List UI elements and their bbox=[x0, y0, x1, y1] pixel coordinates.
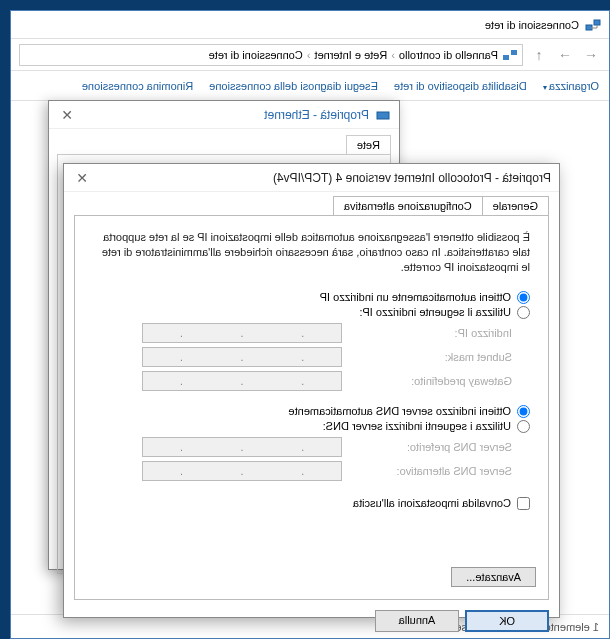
command-bar: Organizza Disabilita dispositivo di rete… bbox=[11, 71, 609, 101]
dns-preferred-input[interactable]: ... bbox=[142, 437, 342, 457]
address-bar-row: ← → ↑ Pannello di controllo › Rete e Int… bbox=[11, 39, 609, 71]
dialog-footer: OK Annulla bbox=[64, 610, 559, 639]
description-text: È possibile ottenere l'assegnazione auto… bbox=[93, 230, 530, 275]
radio-auto-dns-label: Ottieni indirizzo server DNS automaticam… bbox=[288, 405, 511, 417]
path-icon bbox=[502, 47, 518, 63]
chevron-right-icon: › bbox=[391, 49, 395, 61]
dialog-titlebar: Proprietà - Ethernet ✕ bbox=[49, 101, 399, 129]
radio-manual-dns-label: Utilizza i seguenti indirizzi server DNS… bbox=[323, 420, 511, 432]
organize-menu[interactable]: Organizza bbox=[543, 80, 599, 92]
gateway-label: Gateway predefinito: bbox=[342, 375, 512, 387]
titlebar: Connessioni di rete bbox=[11, 11, 609, 39]
general-panel: È possibile ottenere l'assegnazione auto… bbox=[74, 215, 549, 600]
ip-address-input[interactable]: ... bbox=[142, 323, 342, 343]
cancel-button[interactable]: Annulla bbox=[375, 610, 459, 632]
network-connections-icon bbox=[585, 17, 601, 33]
subnet-mask-input[interactable]: ... bbox=[142, 347, 342, 367]
dialog-titlebar: Proprietà - Protocollo Internet versione… bbox=[64, 164, 559, 192]
tab-strip: Rete bbox=[49, 129, 399, 154]
dns-alternate-input[interactable]: ... bbox=[142, 461, 342, 481]
advanced-button[interactable]: Avanzate... bbox=[451, 567, 536, 587]
radio-auto-ip-label: Ottieni automaticamente un indirizzo IP bbox=[320, 291, 511, 303]
path-leaf[interactable]: Connessioni di rete bbox=[209, 49, 303, 61]
adapter-icon bbox=[375, 107, 391, 123]
back-button[interactable]: ← bbox=[581, 47, 601, 63]
close-button[interactable]: ✕ bbox=[57, 107, 77, 123]
tab-general[interactable]: Generale bbox=[482, 196, 549, 215]
svg-rect-3 bbox=[503, 55, 509, 60]
radio-auto-dns[interactable] bbox=[517, 405, 530, 418]
radio-manual-ip[interactable] bbox=[517, 306, 530, 319]
svg-rect-2 bbox=[511, 50, 517, 55]
tab-network[interactable]: Rete bbox=[346, 135, 391, 154]
svg-rect-4 bbox=[377, 112, 389, 119]
ip-address-label: Indirizzo IP: bbox=[342, 327, 512, 339]
dialog-title: Proprietà - Ethernet bbox=[264, 108, 369, 122]
validate-label: Convalida impostazioni all'uscita bbox=[353, 497, 511, 509]
close-button[interactable]: ✕ bbox=[72, 170, 92, 186]
disable-device-button[interactable]: Disabilita dispositivo di rete bbox=[394, 80, 527, 92]
radio-manual-dns[interactable] bbox=[517, 420, 530, 433]
tab-alt-config[interactable]: Configurazione alternativa bbox=[333, 196, 483, 215]
path-mid[interactable]: Rete e Internet bbox=[314, 49, 387, 61]
diagnose-button[interactable]: Esegui diagnosi della connessione bbox=[209, 80, 378, 92]
gateway-input[interactable]: ... bbox=[142, 371, 342, 391]
radio-manual-ip-label: Utilizza il seguente indirizzo IP: bbox=[359, 306, 511, 318]
breadcrumb[interactable]: Pannello di controllo › Rete e Internet … bbox=[19, 44, 523, 66]
subnet-mask-label: Subnet mask: bbox=[342, 351, 512, 363]
ipv4-properties-dialog: Proprietà - Protocollo Internet versione… bbox=[63, 163, 560, 618]
dialog-title: Proprietà - Protocollo Internet versione… bbox=[273, 171, 551, 185]
path-root[interactable]: Pannello di controllo bbox=[399, 49, 498, 61]
dns-preferred-label: Server DNS preferito: bbox=[342, 441, 512, 453]
validate-checkbox[interactable] bbox=[517, 497, 530, 510]
ok-button[interactable]: OK bbox=[465, 610, 549, 632]
forward-button[interactable]: → bbox=[555, 47, 575, 63]
svg-rect-0 bbox=[594, 20, 600, 25]
up-button[interactable]: ↑ bbox=[529, 47, 549, 63]
chevron-right-icon: › bbox=[307, 49, 311, 61]
tab-strip: Generale Configurazione alternativa bbox=[64, 192, 559, 215]
dns-alternate-label: Server DNS alternativo: bbox=[342, 465, 512, 477]
window-title: Connessioni di rete bbox=[485, 19, 579, 31]
rename-button[interactable]: Rinomina connessione bbox=[82, 80, 193, 92]
radio-auto-ip[interactable] bbox=[517, 291, 530, 304]
